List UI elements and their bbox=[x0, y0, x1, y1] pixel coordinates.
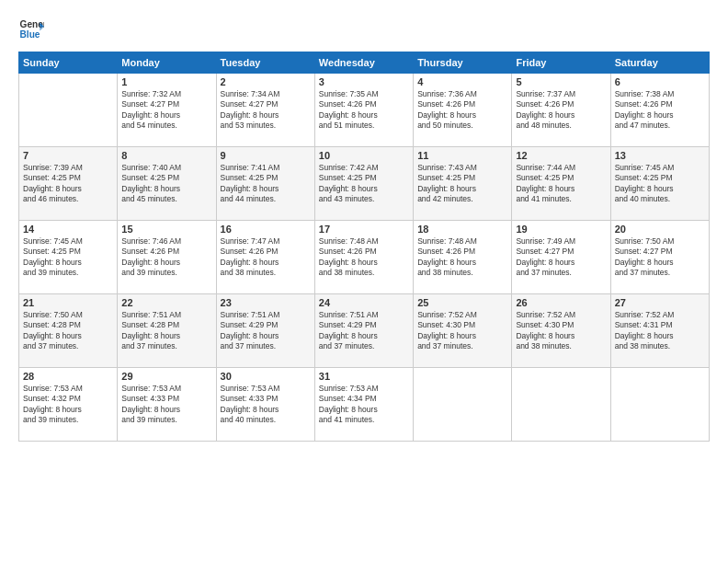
week-row-2: 14Sunrise: 7:45 AM Sunset: 4:25 PM Dayli… bbox=[19, 221, 710, 294]
calendar-cell: 27Sunrise: 7:52 AM Sunset: 4:31 PM Dayli… bbox=[610, 294, 709, 368]
header: General Blue bbox=[18, 17, 710, 42]
day-number: 21 bbox=[23, 297, 113, 308]
weekday-header-wednesday: Wednesday bbox=[314, 52, 413, 74]
day-number: 13 bbox=[615, 150, 705, 161]
day-info: Sunrise: 7:44 AM Sunset: 4:25 PM Dayligh… bbox=[516, 163, 606, 205]
calendar-cell: 29Sunrise: 7:53 AM Sunset: 4:33 PM Dayli… bbox=[118, 368, 216, 442]
day-info: Sunrise: 7:34 AM Sunset: 4:27 PM Dayligh… bbox=[221, 89, 311, 132]
day-number: 7 bbox=[23, 150, 113, 161]
day-number: 12 bbox=[516, 150, 606, 161]
day-number: 1 bbox=[121, 76, 211, 87]
day-number: 10 bbox=[319, 150, 409, 161]
day-info: Sunrise: 7:46 AM Sunset: 4:26 PM Dayligh… bbox=[121, 236, 211, 279]
weekday-header-sunday: Sunday bbox=[19, 52, 118, 74]
day-info: Sunrise: 7:53 AM Sunset: 4:32 PM Dayligh… bbox=[23, 384, 113, 426]
day-number: 19 bbox=[516, 224, 606, 235]
day-info: Sunrise: 7:48 AM Sunset: 4:26 PM Dayligh… bbox=[319, 236, 409, 279]
calendar-cell: 14Sunrise: 7:45 AM Sunset: 4:25 PM Dayli… bbox=[19, 221, 118, 294]
day-number: 11 bbox=[417, 150, 507, 161]
calendar-cell: 26Sunrise: 7:52 AM Sunset: 4:30 PM Dayli… bbox=[512, 294, 610, 368]
calendar-cell: 31Sunrise: 7:53 AM Sunset: 4:34 PM Dayli… bbox=[314, 368, 413, 442]
calendar-cell bbox=[19, 74, 118, 147]
day-number: 6 bbox=[615, 76, 705, 87]
day-info: Sunrise: 7:51 AM Sunset: 4:28 PM Dayligh… bbox=[121, 310, 211, 352]
week-row-1: 7Sunrise: 7:39 AM Sunset: 4:25 PM Daylig… bbox=[19, 147, 710, 221]
day-info: Sunrise: 7:52 AM Sunset: 4:31 PM Dayligh… bbox=[615, 310, 705, 352]
weekday-header-monday: Monday bbox=[118, 52, 216, 74]
weekday-header-thursday: Thursday bbox=[414, 52, 512, 74]
calendar-cell: 24Sunrise: 7:51 AM Sunset: 4:29 PM Dayli… bbox=[314, 294, 413, 368]
calendar-cell: 9Sunrise: 7:41 AM Sunset: 4:25 PM Daylig… bbox=[216, 147, 314, 221]
day-info: Sunrise: 7:43 AM Sunset: 4:25 PM Dayligh… bbox=[417, 163, 507, 205]
day-number: 26 bbox=[516, 297, 606, 308]
day-number: 16 bbox=[221, 224, 311, 235]
svg-text:Blue: Blue bbox=[20, 29, 40, 40]
calendar-cell: 3Sunrise: 7:35 AM Sunset: 4:26 PM Daylig… bbox=[314, 74, 413, 147]
calendar-cell: 1Sunrise: 7:32 AM Sunset: 4:27 PM Daylig… bbox=[118, 74, 216, 147]
week-row-4: 28Sunrise: 7:53 AM Sunset: 4:32 PM Dayli… bbox=[19, 368, 710, 442]
calendar-cell: 22Sunrise: 7:51 AM Sunset: 4:28 PM Dayli… bbox=[118, 294, 216, 368]
logo-icon: General Blue bbox=[18, 17, 44, 42]
day-info: Sunrise: 7:52 AM Sunset: 4:30 PM Dayligh… bbox=[516, 310, 606, 352]
calendar-cell: 6Sunrise: 7:38 AM Sunset: 4:26 PM Daylig… bbox=[610, 74, 709, 147]
day-info: Sunrise: 7:45 AM Sunset: 4:25 PM Dayligh… bbox=[615, 163, 705, 205]
day-number: 15 bbox=[121, 224, 211, 235]
day-info: Sunrise: 7:47 AM Sunset: 4:26 PM Dayligh… bbox=[221, 236, 311, 279]
calendar-cell: 7Sunrise: 7:39 AM Sunset: 4:25 PM Daylig… bbox=[19, 147, 118, 221]
calendar-cell: 28Sunrise: 7:53 AM Sunset: 4:32 PM Dayli… bbox=[19, 368, 118, 442]
day-info: Sunrise: 7:52 AM Sunset: 4:30 PM Dayligh… bbox=[417, 310, 507, 352]
day-info: Sunrise: 7:48 AM Sunset: 4:26 PM Dayligh… bbox=[417, 236, 507, 279]
day-number: 2 bbox=[221, 76, 311, 87]
day-info: Sunrise: 7:35 AM Sunset: 4:26 PM Dayligh… bbox=[319, 89, 409, 132]
day-number: 30 bbox=[221, 371, 311, 382]
calendar-cell: 16Sunrise: 7:47 AM Sunset: 4:26 PM Dayli… bbox=[216, 221, 314, 294]
day-info: Sunrise: 7:53 AM Sunset: 4:34 PM Dayligh… bbox=[319, 384, 409, 426]
day-number: 24 bbox=[319, 297, 409, 308]
calendar-cell: 25Sunrise: 7:52 AM Sunset: 4:30 PM Dayli… bbox=[414, 294, 512, 368]
calendar: SundayMondayTuesdayWednesdayThursdayFrid… bbox=[18, 52, 710, 442]
day-info: Sunrise: 7:41 AM Sunset: 4:25 PM Dayligh… bbox=[221, 163, 311, 205]
day-info: Sunrise: 7:42 AM Sunset: 4:25 PM Dayligh… bbox=[319, 163, 409, 205]
day-number: 23 bbox=[221, 297, 311, 308]
day-number: 8 bbox=[121, 150, 211, 161]
day-info: Sunrise: 7:50 AM Sunset: 4:27 PM Dayligh… bbox=[615, 236, 705, 279]
calendar-cell: 21Sunrise: 7:50 AM Sunset: 4:28 PM Dayli… bbox=[19, 294, 118, 368]
day-info: Sunrise: 7:51 AM Sunset: 4:29 PM Dayligh… bbox=[221, 310, 311, 352]
day-info: Sunrise: 7:32 AM Sunset: 4:27 PM Dayligh… bbox=[121, 89, 211, 132]
logo: General Blue bbox=[18, 17, 44, 42]
day-number: 4 bbox=[417, 76, 507, 87]
calendar-cell: 11Sunrise: 7:43 AM Sunset: 4:25 PM Dayli… bbox=[414, 147, 512, 221]
week-row-0: 1Sunrise: 7:32 AM Sunset: 4:27 PM Daylig… bbox=[19, 74, 710, 147]
calendar-cell: 13Sunrise: 7:45 AM Sunset: 4:25 PM Dayli… bbox=[610, 147, 709, 221]
day-number: 29 bbox=[121, 371, 211, 382]
day-info: Sunrise: 7:36 AM Sunset: 4:26 PM Dayligh… bbox=[417, 89, 507, 132]
day-number: 22 bbox=[121, 297, 211, 308]
day-info: Sunrise: 7:37 AM Sunset: 4:26 PM Dayligh… bbox=[516, 89, 606, 132]
day-info: Sunrise: 7:50 AM Sunset: 4:28 PM Dayligh… bbox=[23, 310, 113, 352]
day-number: 20 bbox=[615, 224, 705, 235]
day-number: 18 bbox=[417, 224, 507, 235]
day-info: Sunrise: 7:39 AM Sunset: 4:25 PM Dayligh… bbox=[23, 163, 113, 205]
calendar-cell: 8Sunrise: 7:40 AM Sunset: 4:25 PM Daylig… bbox=[118, 147, 216, 221]
calendar-cell: 15Sunrise: 7:46 AM Sunset: 4:26 PM Dayli… bbox=[118, 221, 216, 294]
calendar-cell: 17Sunrise: 7:48 AM Sunset: 4:26 PM Dayli… bbox=[314, 221, 413, 294]
day-number: 31 bbox=[319, 371, 409, 382]
day-info: Sunrise: 7:45 AM Sunset: 4:25 PM Dayligh… bbox=[23, 236, 113, 279]
calendar-cell bbox=[414, 368, 512, 442]
calendar-cell: 10Sunrise: 7:42 AM Sunset: 4:25 PM Dayli… bbox=[314, 147, 413, 221]
calendar-cell: 20Sunrise: 7:50 AM Sunset: 4:27 PM Dayli… bbox=[610, 221, 709, 294]
day-number: 3 bbox=[319, 76, 409, 87]
weekday-header-tuesday: Tuesday bbox=[216, 52, 314, 74]
calendar-cell bbox=[512, 368, 610, 442]
day-number: 17 bbox=[319, 224, 409, 235]
day-number: 9 bbox=[221, 150, 311, 161]
day-number: 5 bbox=[516, 76, 606, 87]
weekday-header-friday: Friday bbox=[512, 52, 610, 74]
day-info: Sunrise: 7:49 AM Sunset: 4:27 PM Dayligh… bbox=[516, 236, 606, 279]
calendar-cell: 30Sunrise: 7:53 AM Sunset: 4:33 PM Dayli… bbox=[216, 368, 314, 442]
day-info: Sunrise: 7:38 AM Sunset: 4:26 PM Dayligh… bbox=[615, 89, 705, 132]
day-number: 25 bbox=[417, 297, 507, 308]
day-info: Sunrise: 7:53 AM Sunset: 4:33 PM Dayligh… bbox=[221, 384, 311, 426]
calendar-cell: 4Sunrise: 7:36 AM Sunset: 4:26 PM Daylig… bbox=[414, 74, 512, 147]
calendar-cell: 18Sunrise: 7:48 AM Sunset: 4:26 PM Dayli… bbox=[414, 221, 512, 294]
